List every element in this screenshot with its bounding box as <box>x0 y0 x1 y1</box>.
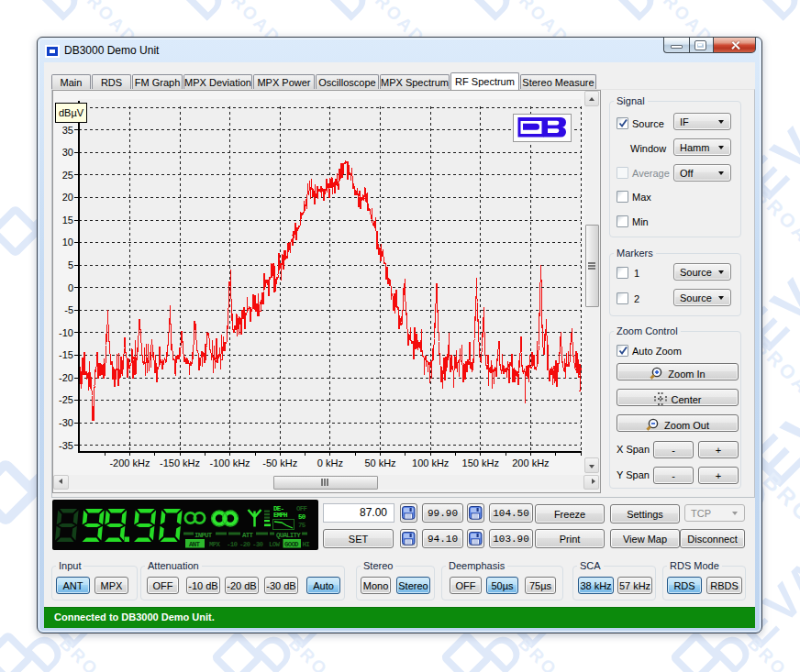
svg-text:dBµV: dBµV <box>59 107 84 118</box>
svg-text:200 kHz: 200 kHz <box>512 457 549 468</box>
svg-text:-25: -25 <box>59 394 73 405</box>
svg-text:-30: -30 <box>252 541 263 548</box>
svg-text:10: 10 <box>62 237 73 248</box>
svg-text:-15: -15 <box>59 349 73 360</box>
svg-text:OFF: OFF <box>296 505 307 512</box>
svg-text:-10: -10 <box>227 541 238 548</box>
svg-text:-30: -30 <box>59 417 73 428</box>
svg-text:MPX: MPX <box>209 541 220 548</box>
svg-text:-10: -10 <box>59 327 73 338</box>
svg-text:ANT: ANT <box>189 541 200 548</box>
svg-text:150 kHz: 150 kHz <box>462 457 499 468</box>
svg-text:25: 25 <box>62 170 73 181</box>
svg-text:GOOD: GOOD <box>284 541 299 548</box>
svg-text:ATT: ATT <box>242 532 253 539</box>
svg-text:LOW: LOW <box>269 541 280 548</box>
svg-text:-20: -20 <box>59 372 73 383</box>
svg-text:-200 kHz: -200 kHz <box>109 457 150 468</box>
svg-text:75: 75 <box>298 522 306 529</box>
svg-text:50 kHz: 50 kHz <box>364 457 395 468</box>
svg-text:5: 5 <box>68 259 73 270</box>
svg-text:20: 20 <box>62 192 73 203</box>
svg-text:-20: -20 <box>239 541 250 548</box>
svg-text:30: 30 <box>62 147 73 158</box>
svg-text:HI: HI <box>303 541 310 548</box>
svg-text:15: 15 <box>62 215 73 226</box>
svg-text:0 kHz: 0 kHz <box>317 457 343 468</box>
svg-text:100 kHz: 100 kHz <box>412 457 449 468</box>
svg-text:-100 kHz: -100 kHz <box>210 457 250 468</box>
svg-text:0: 0 <box>68 282 73 293</box>
svg-text:-5: -5 <box>64 304 73 315</box>
svg-text:-50 kHz: -50 kHz <box>262 457 297 468</box>
svg-text:EMPH: EMPH <box>273 512 287 519</box>
svg-text:50: 50 <box>298 513 306 521</box>
svg-text:35: 35 <box>62 125 73 136</box>
svg-text:INPUT: INPUT <box>194 532 213 539</box>
svg-text:-150 kHz: -150 kHz <box>160 457 200 468</box>
svg-text:QUALITY: QUALITY <box>276 532 301 539</box>
svg-text:-35: -35 <box>59 440 73 451</box>
